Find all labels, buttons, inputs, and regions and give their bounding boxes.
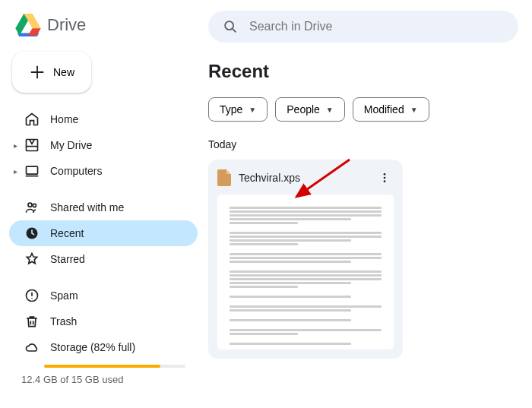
filter-type[interactable]: Type▼ [208, 97, 268, 122]
caret-icon: ▸ [14, 141, 20, 150]
more-options-button[interactable] [375, 169, 394, 187]
search-input[interactable] [249, 20, 505, 33]
nav-computers[interactable]: ▸ Computers [9, 158, 198, 184]
filter-people[interactable]: People▼ [275, 97, 345, 122]
filter-modified[interactable]: Modified▼ [353, 97, 429, 122]
plus-icon [29, 64, 46, 81]
nav: Home ▸ My Drive ▸ Computers Shared wi [9, 106, 198, 385]
svg-point-2 [28, 203, 32, 207]
nav-home-label: Home [50, 113, 78, 125]
nav-spam-label: Spam [50, 289, 78, 302]
app-name: Drive [47, 15, 86, 35]
svg-point-6 [225, 21, 233, 30]
spam-icon [24, 288, 40, 303]
file-name: Techviral.xps [239, 172, 368, 184]
new-button[interactable]: New [12, 52, 91, 93]
nav-storage[interactable]: Storage (82% full) [9, 334, 198, 360]
svg-point-8 [384, 177, 386, 179]
star-icon [24, 251, 40, 267]
filter-type-label: Type [220, 103, 242, 115]
nav-trash-label: Trash [50, 315, 77, 327]
logo[interactable]: Drive [9, 9, 198, 49]
people-icon [24, 200, 40, 215]
nav-computers-label: Computers [50, 165, 102, 177]
new-button-label: New [53, 66, 74, 78]
cloud-icon [24, 340, 40, 355]
search-icon [222, 18, 239, 35]
document-icon [217, 169, 231, 186]
drive-icon [24, 138, 40, 153]
file-preview [217, 195, 394, 349]
chevron-down-icon: ▼ [326, 106, 334, 114]
section-today: Today [208, 138, 518, 150]
page-title: Recent [208, 61, 518, 82]
nav-shared[interactable]: Shared with me [9, 195, 198, 220]
clock-icon [24, 226, 40, 241]
main: Recent Type▼ People▼ Modified▼ Today Tec… [198, 0, 532, 408]
nav-my-drive-label: My Drive [50, 139, 92, 151]
svg-point-7 [384, 173, 386, 176]
chevron-down-icon: ▼ [249, 106, 256, 114]
storage-usage-text: 12.4 GB of 15 GB used [21, 374, 198, 385]
nav-shared-label: Shared with me [50, 201, 124, 213]
nav-my-drive[interactable]: ▸ My Drive [9, 132, 198, 158]
svg-point-9 [384, 180, 386, 182]
storage-fill [44, 365, 160, 368]
svg-rect-1 [27, 166, 38, 174]
storage-bar [44, 365, 185, 368]
search-bar[interactable] [208, 11, 518, 43]
home-icon [24, 112, 40, 127]
nav-starred[interactable]: Starred [9, 246, 198, 272]
trash-icon [24, 314, 40, 329]
nav-recent[interactable]: Recent [9, 220, 198, 246]
nav-recent-label: Recent [50, 227, 84, 239]
chevron-down-icon: ▼ [410, 106, 418, 114]
filter-modified-label: Modified [364, 103, 404, 115]
computers-icon [24, 163, 40, 179]
file-card[interactable]: Techviral.xps [208, 160, 403, 359]
nav-trash[interactable]: Trash [9, 308, 198, 334]
svg-point-3 [33, 204, 36, 207]
drive-logo-icon [15, 14, 41, 36]
filter-chips: Type▼ People▼ Modified▼ [208, 97, 518, 122]
nav-starred-label: Starred [50, 253, 85, 265]
filter-people-label: People [287, 103, 320, 115]
caret-icon: ▸ [14, 167, 20, 176]
sidebar: Drive New Home ▸ My Drive ▸ [0, 0, 198, 408]
nav-storage-label: Storage (82% full) [50, 341, 135, 353]
nav-home[interactable]: Home [9, 106, 198, 132]
nav-spam[interactable]: Spam [9, 283, 198, 308]
